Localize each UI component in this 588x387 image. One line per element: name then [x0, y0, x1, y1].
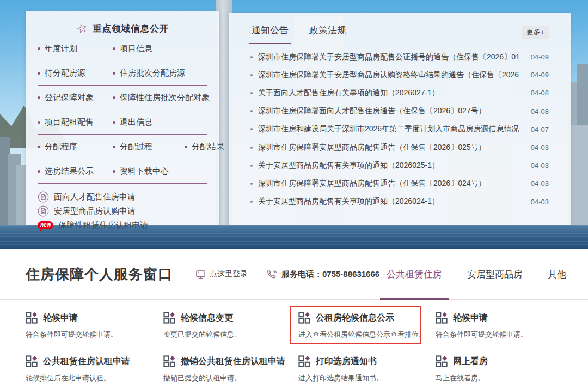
- service-item: 网上看房马上在线看房。: [436, 352, 588, 387]
- application-circle-icon: [38, 191, 49, 203]
- key-info-row: 待分配房源住房批次分配房源: [38, 61, 207, 86]
- key-info-link[interactable]: 项目信息: [113, 44, 174, 54]
- service-item-title[interactable]: 公租房轮候信息公示: [316, 312, 394, 324]
- service-item-title[interactable]: 轮候信息变更: [181, 312, 233, 324]
- service-item-title[interactable]: 撤销公共租赁住房认租申请: [181, 356, 285, 367]
- service-item-head: 打印选房通知书: [298, 355, 436, 367]
- more-button[interactable]: 更多+: [522, 26, 549, 39]
- grid-squares-icon: [26, 312, 38, 324]
- key-info-link[interactable]: 退出信息: [113, 117, 174, 128]
- notice-item: 深圳市住房和建设局关于深圳市2026年第二季度计划入市商品房房源信息情况的公示0…: [250, 120, 549, 138]
- bullet-icon: [250, 201, 253, 203]
- notice-date: 04-09: [526, 53, 549, 61]
- service-item-title[interactable]: 公共租赁住房认租申请: [43, 356, 130, 367]
- notice-tabbar: 通知公告政策法规 更多+: [250, 13, 549, 44]
- key-info-link[interactable]: 分配结果: [185, 142, 224, 152]
- key-info-link-label: 资料下载中心: [120, 166, 169, 177]
- grid-squares-icon: [163, 312, 175, 324]
- key-info-title-text: 重点领域信息公开: [93, 22, 169, 35]
- bullet-icon: [38, 47, 40, 50]
- notice-tab[interactable]: 政策法规: [308, 24, 347, 44]
- bullet-icon: [250, 92, 253, 94]
- service-item: 撤销公共租赁住房认租申请撤销已提交的认租申请。: [163, 352, 298, 387]
- bullet-icon: [250, 56, 253, 58]
- key-info-link[interactable]: 保障性住房批次分配对象: [113, 93, 207, 103]
- key-info-link[interactable]: 项目配租配售: [38, 117, 102, 128]
- notice-item: 深圳市住房保障署关于安居型商品房配售公证摇号的通告（住保售〔2026〕014号批…: [250, 48, 549, 66]
- key-info-link-label: 选房结果公示: [45, 166, 94, 177]
- phone-label: 服务电话：0755-88631666: [281, 269, 379, 280]
- key-info-link[interactable]: 年度计划: [38, 44, 102, 54]
- key-info-link[interactable]: 住房批次分配房源: [113, 68, 185, 78]
- bullet-icon: [38, 170, 40, 173]
- notice-date: 04-03: [526, 161, 549, 170]
- notice-link[interactable]: 深圳市住房保障署面向人才配售住房通告（住保售〔2026〕027号）: [258, 106, 519, 116]
- notice-link[interactable]: 深圳市住房保障署安居型商品房配售通告（住保售〔2026〕024号）: [258, 179, 519, 189]
- service-item-head: 网上看房: [436, 355, 588, 367]
- monitor-icon: [195, 269, 206, 280]
- login-link[interactable]: 点这里登录: [195, 269, 248, 280]
- bullet-icon: [250, 74, 253, 76]
- notice-link[interactable]: 深圳市住房保障署关于安居型商品房认购资格终审结果的通告（住保售〔2026〕014…: [258, 70, 519, 80]
- key-info-link-label: 待分配房源: [45, 68, 85, 78]
- quick-link[interactable]: 面向人才配售住房申请: [38, 190, 207, 204]
- services-header: 住房保障个人服务窗口 点这里登录: [0, 249, 588, 300]
- grid-squares-icon: [26, 355, 38, 367]
- service-item-title[interactable]: 打印选房通知书: [316, 356, 377, 367]
- service-item-desc: 进入查看公租房轮候信息公示查看排位。: [298, 330, 436, 340]
- bullet-icon: [250, 128, 253, 130]
- quick-link[interactable]: new保障性租赁住房认租申请: [38, 218, 207, 232]
- bullet-icon: [38, 121, 40, 124]
- notice-item: 深圳市住房保障署安居型商品房配售通告（住保售〔2026〕025号）04-03: [250, 138, 549, 156]
- service-item-desc: 变更已提交的轮候信息。: [163, 330, 298, 340]
- notice-date: 04-09: [526, 71, 549, 79]
- services-title: 住房保障个人服务窗口: [26, 265, 173, 284]
- key-info-link-label: 保障性住房批次分配对象: [120, 93, 210, 103]
- bullet-icon: [113, 146, 115, 148]
- key-info-row: 年度计划项目信息: [38, 37, 207, 61]
- service-item-head: 轮候申请: [26, 312, 163, 324]
- key-info-row: 分配程序分配过程分配结果: [38, 135, 207, 159]
- login-label: 点这里登录: [210, 269, 248, 279]
- service-item-title[interactable]: 网上看房: [453, 356, 488, 367]
- application-circle-icon: [38, 205, 49, 217]
- service-item-head: 公共租赁住房认租申请: [26, 355, 163, 367]
- key-info-link[interactable]: 资料下载中心: [113, 166, 174, 177]
- notice-link[interactable]: 深圳市住房和建设局关于深圳市2026年第二季度计划入市商品房房源信息情况的公示: [258, 124, 519, 134]
- personal-services-section: 住房保障个人服务窗口 点这里登录: [0, 249, 588, 387]
- key-info-link-label: 项目信息: [120, 44, 152, 54]
- key-info-link[interactable]: 登记保障对象: [38, 93, 102, 103]
- notice-link[interactable]: 关于安居型商品房配售有关事项的通知（2026025-1）: [258, 161, 519, 171]
- notice-link[interactable]: 关于面向人才配售住房有关事项的通知（2026027-1）: [258, 88, 519, 98]
- bullet-icon: [113, 47, 115, 50]
- notice-link[interactable]: 深圳市住房保障署安居型商品房配售通告（住保售〔2026〕025号）: [258, 143, 519, 153]
- key-info-link[interactable]: 待分配房源: [38, 68, 102, 78]
- key-info-link[interactable]: 选房结果公示: [38, 166, 102, 177]
- key-info-link[interactable]: 分配程序: [38, 142, 102, 152]
- notice-link[interactable]: 关于安居型商品房配售有关事项的通知（2026024-1）: [258, 197, 519, 207]
- service-item-title[interactable]: 轮候申请: [453, 312, 488, 324]
- service-tab[interactable]: 公共租赁住房: [387, 249, 442, 299]
- service-item-title[interactable]: 轮候申请: [43, 312, 78, 324]
- key-info-link-label: 住房批次分配房源: [120, 68, 185, 78]
- bullet-icon: [113, 96, 115, 99]
- service-tab[interactable]: 安居型商品房: [467, 249, 523, 299]
- service-item: 打印选房通知书进入打印选房结果通知书。: [298, 352, 436, 387]
- key-info-link-label: 分配结果: [192, 142, 224, 152]
- notice-tab[interactable]: 通知公告: [250, 24, 290, 44]
- service-tab[interactable]: 其他: [548, 249, 566, 299]
- quick-link[interactable]: 安居型商品房认购申请: [38, 204, 207, 218]
- service-item: 公共租赁住房认租申请轮候排位后在此申请认租。: [26, 352, 163, 387]
- service-item-desc: 马上在线看房。: [436, 373, 588, 383]
- notice-link[interactable]: 深圳市住房保障署关于安居型商品房配售公证摇号的通告（住保售〔2026〕014号批…: [258, 52, 519, 62]
- grid-squares-icon: [436, 312, 448, 324]
- notice-date: 04-07: [526, 125, 549, 134]
- new-badge: new: [38, 221, 53, 229]
- key-info-link[interactable]: 分配过程: [113, 142, 174, 152]
- key-info-link-label: 项目配租配售: [45, 117, 94, 128]
- bullet-icon: [113, 170, 115, 173]
- bullet-icon: [185, 146, 187, 148]
- service-item-head: 公租房轮候信息公示: [298, 312, 436, 324]
- bullet-icon: [113, 121, 115, 124]
- bullet-icon: [38, 96, 40, 99]
